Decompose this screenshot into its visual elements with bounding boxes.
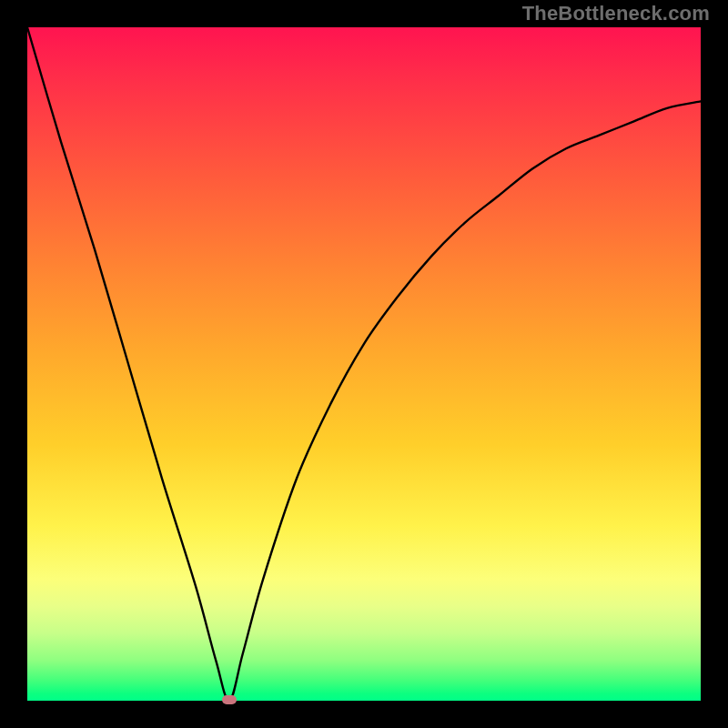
curve-path: [27, 27, 701, 701]
attribution-label: TheBottleneck.com: [522, 2, 710, 25]
min-marker: [222, 695, 237, 704]
chart-container: TheBottleneck.com: [0, 0, 728, 728]
bottleneck-curve: [27, 27, 701, 701]
plot-area: [27, 27, 701, 701]
